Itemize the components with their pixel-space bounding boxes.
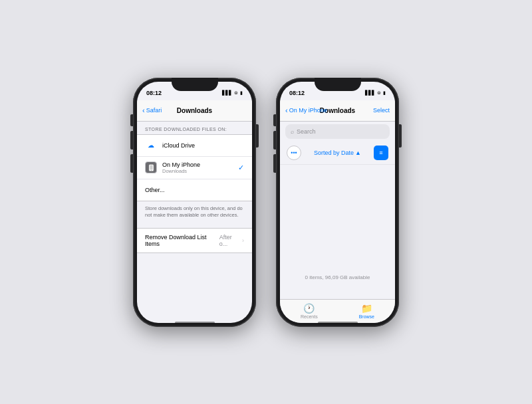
notch-right	[315, 78, 361, 91]
recents-label: Recents	[301, 314, 318, 319]
files-empty-area: 0 items, 96,09 GB available	[280, 165, 395, 299]
chevron-right-icon: ›	[242, 237, 244, 244]
sort-button[interactable]: Sorted by Date ▲	[314, 150, 361, 156]
files-toolbar: ••• Sorted by Date ▲ ≡	[280, 142, 395, 165]
on-iphone-label: On My iPhone	[162, 161, 238, 168]
checkmark-icon: ✓	[238, 163, 244, 172]
chevron-left-icon-2: ‹	[285, 107, 288, 114]
tab-recents[interactable]: 🕐 Recents	[301, 303, 318, 319]
wifi-icon-left: ⊜	[234, 90, 238, 96]
back-label-right: On My iPhone	[289, 107, 327, 114]
back-button-left[interactable]: ‹ Safari	[142, 107, 162, 114]
notch-left	[172, 78, 218, 91]
signal-icon-right: ▋▋▋	[365, 90, 375, 96]
icloud-label: iCloud Drive	[162, 142, 244, 149]
on-iphone-sublabel: Downloads	[162, 168, 238, 174]
storage-info: 0 items, 96,09 GB available	[305, 274, 370, 280]
icloud-icon: ☁	[145, 140, 157, 152]
back-label-left: Safari	[146, 107, 162, 114]
screen-left: 08:12 ▋▋▋ ⊜ ▮ ‹ Safari Downloads STORE D…	[137, 82, 252, 323]
phone-left: 08:12 ▋▋▋ ⊜ ▮ ‹ Safari Downloads STORE D…	[133, 78, 256, 327]
other-label: Other...	[145, 187, 244, 193]
phone-right: 08:12 ▋▋▋ ⊜ ▮ ‹ On My iPhone Downloads S…	[276, 78, 399, 327]
on-iphone-text: On My iPhone Downloads	[162, 161, 238, 174]
back-button-right[interactable]: ‹ On My iPhone	[285, 107, 327, 114]
battery-icon-right: ▮	[383, 90, 386, 96]
home-indicator-right	[318, 322, 358, 324]
battery-icon-left: ▮	[240, 90, 243, 96]
recents-icon: 🕐	[303, 303, 315, 314]
tab-bar-right: 🕐 Recents 📁 Browse	[280, 299, 395, 323]
screen-right: 08:12 ▋▋▋ ⊜ ▮ ‹ On My iPhone Downloads S…	[280, 82, 395, 323]
time-left: 08:12	[146, 90, 162, 96]
remove-downloads-row[interactable]: Remove Download List Items After o... ›	[137, 228, 252, 253]
browse-icon: 📁	[361, 303, 372, 314]
screen-content-left: STORE DOWNLOADED FILES ON: ☁ iCloud Driv…	[137, 122, 252, 323]
other-text: Other...	[145, 187, 244, 193]
time-right: 08:12	[289, 90, 305, 96]
chevron-left-icon: ‹	[142, 107, 145, 114]
more-options-button[interactable]: •••	[287, 146, 301, 160]
remove-value-text: After o...	[219, 234, 241, 247]
browse-label: Browse	[359, 314, 374, 319]
phone-icon	[145, 161, 157, 173]
icloud-text: iCloud Drive	[162, 142, 244, 149]
settings-note: Store downloads only on this device, and…	[137, 201, 252, 224]
other-option[interactable]: Other...	[137, 179, 252, 201]
search-placeholder: Search	[297, 128, 316, 135]
dots-icon: •••	[291, 150, 297, 156]
icloud-drive-option[interactable]: ☁ iCloud Drive	[137, 135, 252, 157]
status-icons-left: ▋▋▋ ⊜ ▮	[222, 90, 243, 96]
tab-browse[interactable]: 📁 Browse	[359, 303, 374, 319]
list-view-button[interactable]: ≡	[374, 146, 388, 160]
home-indicator-left	[175, 322, 215, 324]
storage-options-group: ☁ iCloud Drive On My i	[137, 134, 252, 201]
on-my-iphone-option[interactable]: On My iPhone Downloads ✓	[137, 157, 252, 179]
svg-rect-1	[150, 165, 152, 169]
nav-bar-left: ‹ Safari Downloads	[137, 100, 252, 122]
svg-point-2	[151, 170, 152, 171]
screen-content-right: ⌕ Search ••• Sorted by Date ▲ ≡ 0 items,…	[280, 122, 395, 323]
nav-bar-right: ‹ On My iPhone Downloads Select	[280, 100, 395, 122]
section-label: STORE DOWNLOADED FILES ON:	[137, 122, 252, 134]
sort-arrow-icon: ▲	[355, 150, 361, 156]
sort-label-text: Sorted by Date	[314, 150, 354, 156]
select-button[interactable]: Select	[373, 107, 390, 114]
list-view-icon: ≡	[379, 150, 382, 156]
search-icon: ⌕	[291, 128, 294, 135]
status-icons-right: ▋▋▋ ⊜ ▮	[365, 90, 386, 96]
search-bar[interactable]: ⌕ Search	[285, 124, 390, 139]
remove-downloads-value: After o... ›	[219, 234, 244, 247]
signal-icon-left: ▋▋▋	[222, 90, 232, 96]
remove-downloads-label: Remove Download List Items	[145, 234, 219, 247]
wifi-icon-right: ⊜	[377, 90, 381, 96]
nav-title-left: Downloads	[177, 107, 212, 114]
